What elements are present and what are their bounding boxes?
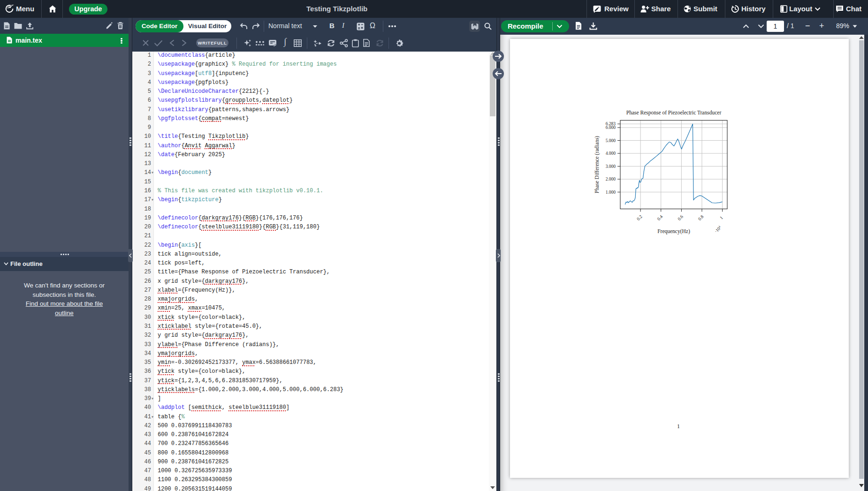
svg-text:3.000: 3.000 <box>606 164 616 169</box>
svg-text:0.6: 0.6 <box>677 214 685 221</box>
svg-text:4.000: 4.000 <box>606 151 616 156</box>
svg-text:·104: ·104 <box>713 225 723 234</box>
svg-text:1: 1 <box>719 215 724 220</box>
svg-text:2.000: 2.000 <box>606 177 616 181</box>
svg-text:5.000: 5.000 <box>606 138 616 143</box>
svg-text:Phase Difference (radians): Phase Difference (radians) <box>594 136 600 194</box>
svg-text:6.283: 6.283 <box>606 121 616 126</box>
svg-text:1: 1 <box>677 423 680 430</box>
svg-text:0.2: 0.2 <box>636 214 643 221</box>
svg-text:0.4: 0.4 <box>656 214 664 221</box>
svg-text:0.8: 0.8 <box>697 214 705 221</box>
svg-text:Phase Response of Piezoelectri: Phase Response of Piezoelectric Transduc… <box>626 110 722 116</box>
svg-text:1.000: 1.000 <box>606 190 616 195</box>
svg-text:Frequency(Hz): Frequency(Hz) <box>657 228 690 234</box>
